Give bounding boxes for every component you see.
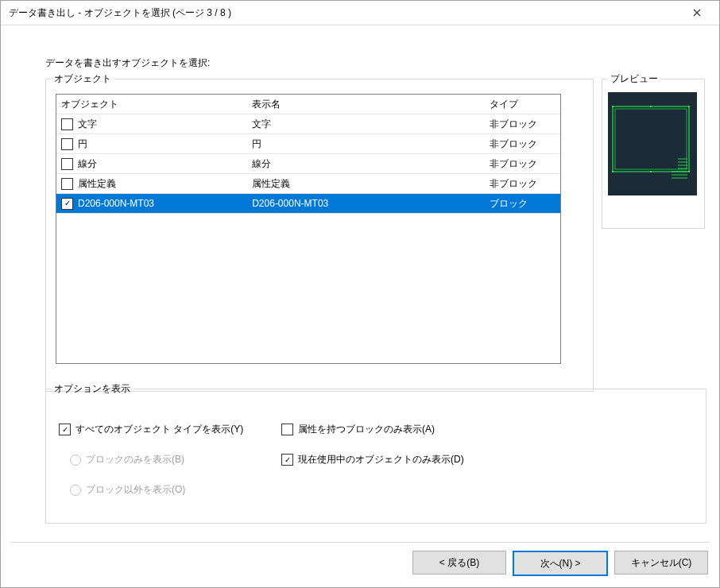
cell-type: 非ブロック (486, 118, 560, 131)
header-object[interactable]: オブジェクト (56, 98, 249, 111)
table-row[interactable]: 文字文字非ブロック (56, 114, 560, 134)
svg-point-14 (650, 171, 652, 172)
option-label: 属性を持つブロックのみ表示(A) (298, 423, 435, 436)
svg-rect-1 (615, 109, 687, 169)
close-icon (693, 9, 701, 17)
option-non-blocks-only: ブロック以外を表示(O) (70, 483, 185, 497)
checkbox-icon: ✓ (59, 424, 71, 435)
cell-object-text: 文字 (78, 118, 97, 131)
option-in-use-only[interactable]: ✓ 現在使用中のオブジェクトのみ表示(D) (281, 453, 464, 466)
next-button[interactable]: 次へ(N) > (513, 551, 608, 576)
options-group: オプションを表示 ✓ すべてのオブジェクト タイプを表示(Y) ブロックのみを表… (45, 382, 706, 524)
cell-object: 属性定義 (56, 177, 249, 191)
table-row[interactable]: 円円非ブロック (56, 134, 560, 154)
radio-icon (70, 455, 81, 466)
cell-object-text: 属性定義 (78, 177, 116, 191)
cell-object: ✓D206-000N-MT03 (56, 198, 249, 210)
table-row[interactable]: 線分線分非ブロック (56, 154, 560, 174)
cell-type: 非ブロック (486, 137, 560, 151)
row-checkbox[interactable]: ✓ (61, 198, 73, 210)
objects-table[interactable]: オブジェクト 表示名 タイプ 文字文字非ブロック円円非ブロック線分線分非ブロック… (56, 94, 561, 364)
table-header: オブジェクト 表示名 タイプ (56, 95, 560, 114)
svg-point-11 (612, 171, 614, 172)
option-label: ブロックのみを表示(B) (86, 453, 184, 466)
cell-object-text: 線分 (78, 157, 97, 171)
checkbox-icon: ✓ (281, 454, 293, 466)
preview-drawing-icon (608, 92, 697, 195)
row-checkbox[interactable] (61, 178, 73, 190)
option-label: すべてのオブジェクト タイプを表示(Y) (75, 423, 243, 436)
cell-object: 線分 (56, 157, 249, 171)
cell-type: 非ブロック (486, 157, 560, 171)
preview-group-legend: プレビュー (607, 72, 661, 86)
header-type[interactable]: タイプ (486, 98, 560, 111)
objects-group-legend: オブジェクト (51, 72, 114, 86)
cell-object: 文字 (56, 118, 249, 131)
preview-canvas (608, 92, 697, 195)
footer-buttons: < 戻る(B) 次へ(N) > キャンセル(C) (412, 551, 708, 576)
options-group-legend: オプションを表示 (51, 382, 134, 396)
cell-display-name: 属性定義 (249, 177, 486, 191)
table-row[interactable]: ✓D206-000N-MT03D206-000N-MT03ブロック (56, 194, 560, 214)
row-checkbox[interactable] (61, 138, 73, 150)
svg-point-12 (688, 171, 690, 172)
svg-point-13 (650, 106, 652, 107)
back-button[interactable]: < 戻る(B) (412, 551, 506, 574)
preview-group: プレビュー (602, 72, 705, 229)
cancel-button[interactable]: キャンセル(C) (614, 551, 708, 574)
objects-group: オブジェクト オブジェクト 表示名 タイプ 文字文字非ブロック円円非ブロック線分… (45, 72, 594, 392)
cell-object-text: D206-000N-MT03 (78, 198, 154, 209)
option-show-all-types[interactable]: ✓ すべてのオブジェクト タイプを表示(Y) (59, 423, 243, 436)
checkbox-icon (281, 424, 293, 435)
row-checkbox[interactable] (61, 158, 73, 170)
option-label: 現在使用中のオブジェクトのみ表示(D) (298, 453, 464, 466)
footer-separator (10, 542, 710, 543)
dialog-window: データ書き出し - オブジェクトを選択 (ページ 3 / 8 ) データを書き出… (0, 0, 720, 588)
close-button[interactable] (681, 2, 713, 24)
row-checkbox[interactable] (61, 118, 73, 130)
radio-icon (70, 485, 81, 496)
cell-display-name: 円 (249, 137, 486, 151)
cell-type: ブロック (486, 197, 560, 211)
select-objects-label: データを書き出すオブジェクトを選択: (45, 56, 210, 70)
cell-display-name: 線分 (249, 157, 486, 171)
cell-display-name: D206-000N-MT03 (249, 198, 486, 209)
svg-point-10 (688, 106, 690, 107)
titlebar: データ書き出し - オブジェクトを選択 (ページ 3 / 8 ) (1, 1, 719, 25)
option-attr-blocks-only[interactable]: 属性を持つブロックのみ表示(A) (281, 423, 435, 436)
window-title: データ書き出し - オブジェクトを選択 (ページ 3 / 8 ) (9, 6, 681, 20)
option-label: ブロック以外を表示(O) (86, 483, 185, 497)
option-blocks-only: ブロックのみを表示(B) (70, 453, 184, 466)
cell-object: 円 (56, 137, 249, 151)
svg-point-9 (612, 106, 614, 107)
table-row[interactable]: 属性定義属性定義非ブロック (56, 174, 560, 194)
cell-display-name: 文字 (249, 118, 486, 131)
cell-type: 非ブロック (486, 177, 560, 191)
content-area: データを書き出すオブジェクトを選択: オブジェクト オブジェクト 表示名 タイプ… (10, 33, 710, 532)
svg-rect-0 (613, 106, 689, 172)
header-display-name[interactable]: 表示名 (249, 98, 486, 111)
cell-object-text: 円 (78, 137, 87, 151)
